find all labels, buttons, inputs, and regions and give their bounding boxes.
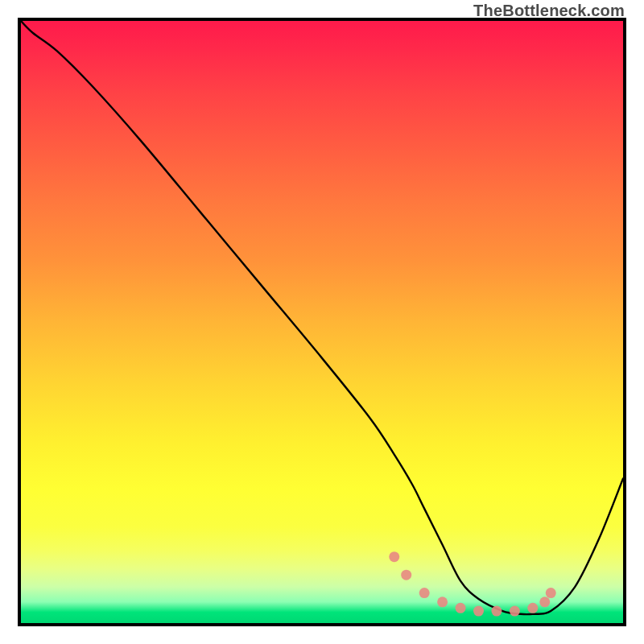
bottleneck-chart: TheBottleneck.com (0, 0, 644, 644)
heat-gradient-background (21, 21, 623, 623)
plot-area (18, 18, 626, 626)
